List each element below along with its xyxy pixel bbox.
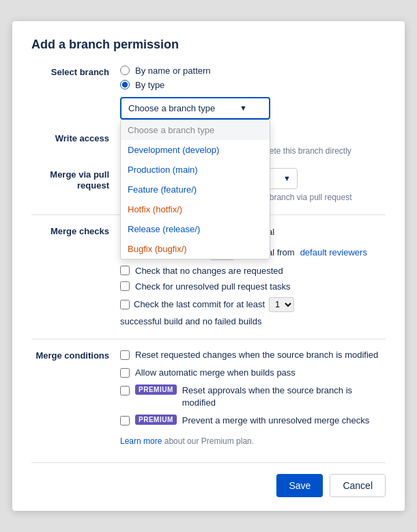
merge-check-4-label: Check for unresolved pull request tasks [135,281,291,292]
merge-check-5-select[interactable]: 1 [269,297,294,312]
radio-by-name-option[interactable]: By name or pattern [120,66,386,76]
select-branch-row: Select branch By name or pattern By type… [31,66,386,120]
merge-conditions-row: Merge conditions Reset requested changes… [31,349,386,447]
condition-4: PREMIUM Prevent a merge with unresolved … [120,415,386,427]
default-reviewers-link[interactable]: default reviewers [300,247,367,257]
merge-check-3: Check that no changes are requested [120,266,386,276]
merge-check-4: Check for unresolved pull request tasks [120,281,386,292]
merge-check-4-checkbox[interactable] [120,281,130,291]
radio-by-name[interactable] [120,66,130,75]
divider2 [31,339,386,339]
radio-by-name-label: By name or pattern [135,66,211,76]
merge-checks-label: Merge checks [31,225,120,236]
merge-check-5-suffix: successful build and no failed builds [120,316,261,326]
condition-1-text: Reset requested changes when the source … [135,349,386,361]
condition-3: PREMIUM Reset approvals when the source … [120,384,386,409]
premium-badge-2: PREMIUM [135,415,177,425]
merge-check-5-checkbox[interactable] [120,300,130,309]
learn-more-link[interactable]: Learn more [120,436,162,446]
branch-dropdown-arrow-icon: ▼ [240,104,247,112]
learn-more-suffix: about our Premium plan. [162,436,254,446]
condition-3-text: Reset approvals when the source branch i… [182,384,386,409]
branch-type-radio-group: By name or pattern By type [120,66,386,90]
condition-4-checkbox[interactable] [120,416,130,425]
merge-check-5-prefix: Check the last commit for at least [134,299,265,309]
merge-pull-request-label: Merge via pull request [31,168,120,193]
dropdown-item-release[interactable]: Release (release/) [121,219,270,239]
dropdown-item-feature[interactable]: Feature (feature/) [121,180,270,199]
dropdown-item-bugfix[interactable]: Bugfix (bugfix/) [121,239,270,259]
condition-2-checkbox[interactable] [120,368,130,378]
condition-4-text: Prevent a merge with unresolved merge ch… [182,415,386,427]
dropdown-item-develop[interactable]: Development (develop) [121,140,270,160]
radio-by-type[interactable] [120,80,130,89]
branch-type-dropdown-menu: Choose a branch type Development (develo… [120,120,270,260]
dropdown-item-main[interactable]: Production (main) [121,160,270,180]
radio-by-type-option[interactable]: By type [120,80,386,90]
merge-conditions-content: Reset requested changes when the source … [120,349,386,447]
condition-3-checkbox[interactable] [120,386,130,395]
select-branch-label: Select branch [31,66,120,77]
write-access-label: Write access [31,132,120,143]
dialog-title: Add a branch permission [31,38,386,52]
branch-type-dropdown-value: Choose a branch type [128,103,215,113]
save-button[interactable]: Save [276,474,323,497]
cancel-button[interactable]: Cancel [330,474,386,497]
learn-more-text: Learn more about our Premium plan. [120,436,386,446]
branch-type-dropdown-wrapper: Choose a branch type ▼ Choose a branch t… [120,97,386,120]
merge-check-5: Check the last commit for at least 1 suc… [120,297,386,326]
dropdown-item-placeholder[interactable]: Choose a branch type [121,120,270,140]
condition-2-text: Allow automatic merge when builds pass [135,367,386,379]
dropdown-item-hotfix[interactable]: Hotfix (hotfix/) [121,199,270,219]
dialog-footer: Save Cancel [31,462,386,497]
merge-check-3-label: Check that no changes are requested [135,266,283,276]
merge-check-3-checkbox[interactable] [120,266,130,275]
condition-1-checkbox[interactable] [120,350,130,360]
add-branch-permission-dialog: Add a branch permission Select branch By… [12,21,405,512]
radio-by-type-label: By type [135,80,164,90]
branch-type-dropdown[interactable]: Choose a branch type ▼ [120,97,270,120]
select-branch-content: By name or pattern By type Choose a bran… [120,66,386,120]
condition-2: Allow automatic merge when builds pass [120,367,386,379]
premium-badge-1: PREMIUM [135,384,177,395]
condition-1: Reset requested changes when the source … [120,349,386,361]
merge-conditions-label: Merge conditions [31,349,120,361]
